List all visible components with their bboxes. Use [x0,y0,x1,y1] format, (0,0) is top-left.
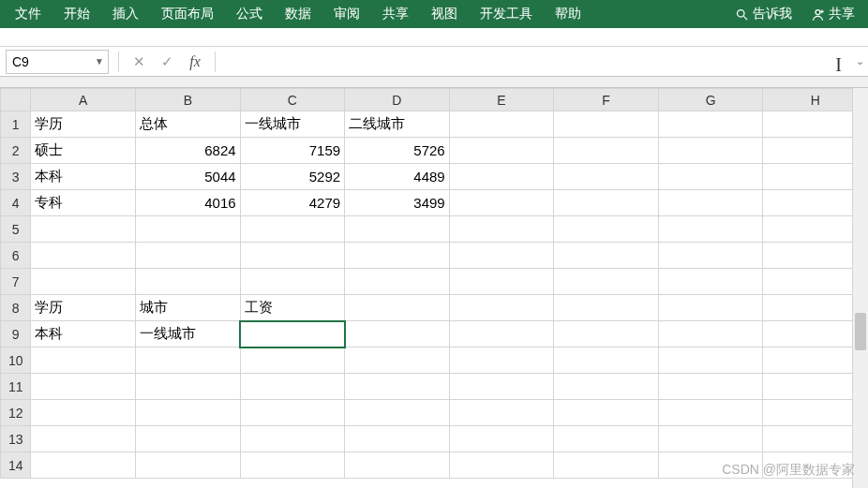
formula-input[interactable] [221,50,851,74]
cell-G3[interactable] [658,164,763,190]
cell-C11[interactable] [240,374,345,400]
cell-C1[interactable]: 一线城市 [240,111,345,138]
row-header-5[interactable]: 5 [1,216,31,243]
cell-D12[interactable] [345,400,450,426]
cell-C6[interactable] [240,243,345,269]
cell-G14[interactable] [658,452,763,479]
cell-A7[interactable] [31,269,136,295]
cell-E5[interactable] [449,216,554,243]
cell-D9[interactable] [345,321,450,348]
cell-F12[interactable] [554,400,659,426]
cell-G1[interactable] [658,111,763,138]
cell-G9[interactable] [658,321,763,348]
cell-G2[interactable] [658,138,763,164]
cell-A8[interactable]: 学历 [31,295,136,321]
row-header-1[interactable]: 1 [1,111,31,138]
cell-C3[interactable]: 5292 [240,164,345,190]
row-header-6[interactable]: 6 [1,243,31,269]
cell-B7[interactable] [136,269,241,295]
cell-C8[interactable]: 工资 [240,295,345,321]
column-header-E[interactable]: E [449,89,554,111]
ribbon-tab-0[interactable]: 文件 [4,0,52,28]
column-header-F[interactable]: F [554,89,659,111]
confirm-button[interactable]: ✓ [153,50,181,74]
cell-E11[interactable] [449,374,554,400]
cell-G10[interactable] [658,348,763,374]
cell-C7[interactable] [240,269,345,295]
ribbon-tab-10[interactable]: 帮助 [544,0,592,28]
cell-F7[interactable] [554,269,659,295]
cell-A11[interactable] [31,374,136,400]
cell-F2[interactable] [554,138,659,164]
cell-E8[interactable] [449,295,554,321]
cell-F11[interactable] [554,374,659,400]
cell-C5[interactable] [240,216,345,243]
column-header-G[interactable]: G [658,89,763,111]
ribbon-tab-9[interactable]: 开发工具 [469,0,544,28]
cell-A10[interactable] [31,348,136,374]
cell-E9[interactable] [449,321,554,348]
cell-E10[interactable] [449,348,554,374]
cell-A14[interactable] [31,452,136,479]
cell-G13[interactable] [658,426,763,452]
cell-B5[interactable] [136,216,241,243]
cell-D13[interactable] [345,426,450,452]
cell-G12[interactable] [658,400,763,426]
cell-E2[interactable] [449,138,554,164]
dropdown-icon[interactable]: ▼ [95,56,104,67]
row-header-3[interactable]: 3 [1,164,31,190]
cell-G6[interactable] [658,243,763,269]
cell-G7[interactable] [658,269,763,295]
row-header-13[interactable]: 13 [1,426,31,452]
ribbon-tab-4[interactable]: 公式 [225,0,274,28]
cell-B8[interactable]: 城市 [136,295,241,321]
cell-F14[interactable] [554,452,659,479]
cell-D11[interactable] [345,374,450,400]
row-header-14[interactable]: 14 [1,452,31,479]
name-box[interactable]: C9 ▼ [6,50,109,74]
ribbon-tab-1[interactable]: 开始 [52,0,101,28]
cell-B10[interactable] [136,348,241,374]
spreadsheet-grid[interactable]: ABCDEFGH 1学历总体一线城市二线城市2硕士6824715957263本科… [0,88,868,479]
cell-E12[interactable] [449,400,554,426]
share-button[interactable]: 共享 [801,6,864,22]
row-header-4[interactable]: 4 [1,190,31,216]
cell-C12[interactable] [240,400,345,426]
cell-A12[interactable] [31,400,136,426]
cell-B14[interactable] [136,452,241,479]
cell-D1[interactable]: 二线城市 [345,111,450,138]
cell-E4[interactable] [449,190,554,216]
ribbon-tab-3[interactable]: 页面布局 [150,0,225,28]
cell-D8[interactable] [345,295,450,321]
row-header-2[interactable]: 2 [1,138,31,164]
column-header-B[interactable]: B [136,89,241,111]
cell-E13[interactable] [449,426,554,452]
cell-B12[interactable] [136,400,241,426]
scrollbar-thumb[interactable] [855,313,866,350]
cell-B1[interactable]: 总体 [136,111,241,138]
row-header-7[interactable]: 7 [1,269,31,295]
cell-E14[interactable] [449,452,554,479]
cell-A4[interactable]: 专科 [31,190,136,216]
row-header-11[interactable]: 11 [1,374,31,400]
ribbon-tab-8[interactable]: 视图 [420,0,469,28]
column-header-C[interactable]: C [240,89,345,111]
cell-E3[interactable] [449,164,554,190]
cell-F5[interactable] [554,216,659,243]
cell-A6[interactable] [31,243,136,269]
cell-G4[interactable] [658,190,763,216]
vertical-scrollbar[interactable] [852,88,868,488]
cancel-button[interactable]: ✕ [125,50,153,74]
cell-A5[interactable] [31,216,136,243]
cell-C10[interactable] [240,348,345,374]
cell-F8[interactable] [554,295,659,321]
cell-D14[interactable] [345,452,450,479]
cell-E1[interactable] [449,111,554,138]
cell-E6[interactable] [449,243,554,269]
cell-B2[interactable]: 6824 [136,138,241,164]
cell-D3[interactable]: 4489 [345,164,450,190]
cell-G8[interactable] [658,295,763,321]
ribbon-tab-5[interactable]: 数据 [274,0,322,28]
cell-D5[interactable] [345,216,450,243]
cell-A3[interactable]: 本科 [31,164,136,190]
